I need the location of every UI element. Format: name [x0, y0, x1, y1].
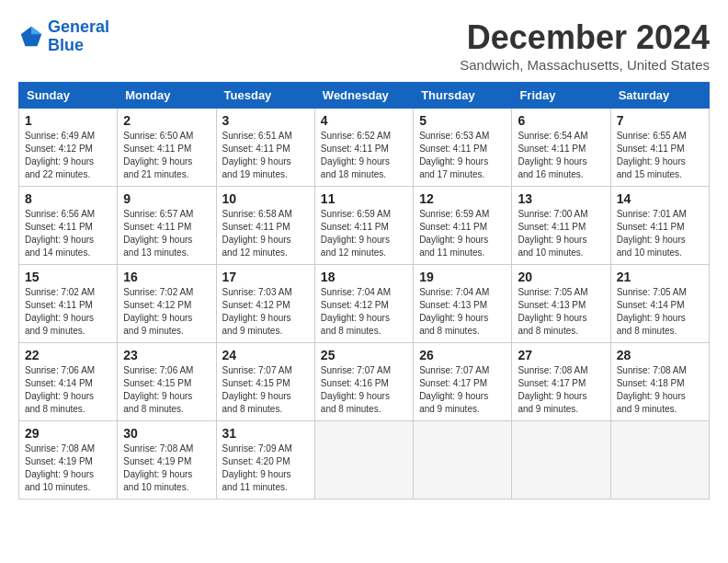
day-info: Sunrise: 6:59 AM Sunset: 4:11 PM Dayligh… — [321, 208, 407, 259]
calendar-cell: 8Sunrise: 6:56 AM Sunset: 4:11 PM Daylig… — [19, 187, 118, 265]
day-info: Sunrise: 7:02 AM Sunset: 4:11 PM Dayligh… — [25, 286, 111, 338]
calendar-cell: 28Sunrise: 7:08 AM Sunset: 4:18 PM Dayli… — [610, 343, 709, 421]
calendar-cell: 17Sunrise: 7:03 AM Sunset: 4:12 PM Dayli… — [216, 265, 314, 343]
day-info: Sunrise: 7:07 AM Sunset: 4:15 PM Dayligh… — [222, 364, 309, 416]
calendar-cell — [610, 421, 709, 500]
day-info: Sunrise: 7:06 AM Sunset: 4:14 PM Dayligh… — [25, 364, 111, 416]
day-number: 10 — [222, 191, 309, 206]
weekday-header-tuesday: Tuesday — [216, 83, 314, 109]
day-number: 9 — [123, 191, 210, 206]
calendar-cell: 3Sunrise: 6:51 AM Sunset: 4:11 PM Daylig… — [216, 109, 314, 187]
calendar-cell: 7Sunrise: 6:55 AM Sunset: 4:11 PM Daylig… — [610, 109, 709, 187]
calendar-cell: 11Sunrise: 6:59 AM Sunset: 4:11 PM Dayli… — [314, 187, 413, 265]
month-title: December 2024 — [460, 18, 710, 57]
calendar-week-2: 8Sunrise: 6:56 AM Sunset: 4:11 PM Daylig… — [19, 187, 710, 265]
day-number: 2 — [123, 113, 210, 128]
day-info: Sunrise: 7:07 AM Sunset: 4:16 PM Dayligh… — [321, 364, 407, 416]
day-info: Sunrise: 6:56 AM Sunset: 4:11 PM Dayligh… — [25, 208, 111, 259]
calendar-cell: 12Sunrise: 6:59 AM Sunset: 4:11 PM Dayli… — [414, 187, 512, 265]
calendar-cell — [314, 421, 413, 500]
day-info: Sunrise: 6:54 AM Sunset: 4:11 PM Dayligh… — [518, 130, 604, 181]
calendar-cell: 31Sunrise: 7:09 AM Sunset: 4:20 PM Dayli… — [216, 421, 314, 500]
logo: General Blue — [18, 18, 109, 55]
day-info: Sunrise: 7:04 AM Sunset: 4:13 PM Dayligh… — [419, 286, 506, 338]
logo-line1: General — [48, 17, 109, 36]
weekday-header-wednesday: Wednesday — [314, 83, 413, 109]
logo-icon — [18, 24, 44, 50]
day-info: Sunrise: 6:58 AM Sunset: 4:11 PM Dayligh… — [222, 208, 309, 259]
day-info: Sunrise: 7:05 AM Sunset: 4:14 PM Dayligh… — [617, 286, 703, 338]
day-number: 27 — [518, 348, 604, 362]
day-number: 4 — [321, 113, 407, 128]
day-number: 22 — [25, 348, 111, 362]
day-number: 19 — [419, 270, 506, 284]
calendar-cell: 29Sunrise: 7:08 AM Sunset: 4:19 PM Dayli… — [19, 421, 118, 500]
day-number: 13 — [518, 191, 604, 206]
calendar-cell: 15Sunrise: 7:02 AM Sunset: 4:11 PM Dayli… — [19, 265, 118, 343]
day-number: 28 — [617, 348, 703, 362]
calendar-cell: 30Sunrise: 7:08 AM Sunset: 4:19 PM Dayli… — [118, 421, 216, 500]
day-number: 17 — [222, 270, 309, 284]
calendar-week-4: 22Sunrise: 7:06 AM Sunset: 4:14 PM Dayli… — [19, 343, 710, 421]
day-number: 20 — [518, 270, 604, 284]
day-number: 1 — [25, 113, 111, 128]
day-info: Sunrise: 6:52 AM Sunset: 4:11 PM Dayligh… — [321, 130, 407, 181]
calendar-cell: 19Sunrise: 7:04 AM Sunset: 4:13 PM Dayli… — [414, 265, 512, 343]
day-number: 24 — [222, 348, 309, 362]
day-info: Sunrise: 7:08 AM Sunset: 4:19 PM Dayligh… — [25, 442, 111, 494]
day-number: 25 — [321, 348, 407, 362]
weekday-header-sunday: Sunday — [19, 83, 118, 109]
day-info: Sunrise: 7:08 AM Sunset: 4:18 PM Dayligh… — [617, 364, 703, 416]
calendar-week-3: 15Sunrise: 7:02 AM Sunset: 4:11 PM Dayli… — [19, 265, 710, 343]
day-number: 6 — [518, 113, 604, 128]
svg-marker-1 — [31, 27, 41, 34]
day-number: 23 — [123, 348, 210, 362]
calendar-table: SundayMondayTuesdayWednesdayThursdayFrid… — [18, 82, 710, 500]
calendar-cell: 21Sunrise: 7:05 AM Sunset: 4:14 PM Dayli… — [610, 265, 709, 343]
calendar-cell: 24Sunrise: 7:07 AM Sunset: 4:15 PM Dayli… — [216, 343, 314, 421]
day-number: 14 — [617, 191, 703, 206]
calendar-cell: 22Sunrise: 7:06 AM Sunset: 4:14 PM Dayli… — [19, 343, 118, 421]
calendar-cell: 23Sunrise: 7:06 AM Sunset: 4:15 PM Dayli… — [118, 343, 216, 421]
title-block: December 2024 Sandwich, Massachusetts, U… — [460, 18, 710, 73]
calendar-cell: 26Sunrise: 7:07 AM Sunset: 4:17 PM Dayli… — [414, 343, 512, 421]
day-info: Sunrise: 6:50 AM Sunset: 4:11 PM Dayligh… — [123, 130, 210, 181]
day-info: Sunrise: 6:53 AM Sunset: 4:11 PM Dayligh… — [419, 130, 506, 181]
weekday-header-monday: Monday — [118, 83, 216, 109]
weekday-header-friday: Friday — [512, 83, 610, 109]
day-number: 26 — [419, 348, 506, 362]
calendar-week-1: 1Sunrise: 6:49 AM Sunset: 4:12 PM Daylig… — [19, 109, 710, 187]
calendar-cell: 2Sunrise: 6:50 AM Sunset: 4:11 PM Daylig… — [118, 109, 216, 187]
calendar-cell: 14Sunrise: 7:01 AM Sunset: 4:11 PM Dayli… — [610, 187, 709, 265]
day-info: Sunrise: 7:08 AM Sunset: 4:19 PM Dayligh… — [123, 442, 210, 494]
day-number: 5 — [419, 113, 506, 128]
location: Sandwich, Massachusetts, United States — [460, 57, 710, 73]
day-number: 7 — [617, 113, 703, 128]
calendar-week-5: 29Sunrise: 7:08 AM Sunset: 4:19 PM Dayli… — [19, 421, 710, 500]
day-info: Sunrise: 7:01 AM Sunset: 4:11 PM Dayligh… — [617, 208, 703, 259]
weekday-header-saturday: Saturday — [610, 83, 709, 109]
day-number: 8 — [25, 191, 111, 206]
day-number: 3 — [222, 113, 309, 128]
day-info: Sunrise: 7:06 AM Sunset: 4:15 PM Dayligh… — [123, 364, 210, 416]
calendar-cell — [512, 421, 610, 500]
day-number: 15 — [25, 270, 111, 284]
page-header: General Blue December 2024 Sandwich, Mas… — [18, 18, 710, 73]
calendar-cell: 10Sunrise: 6:58 AM Sunset: 4:11 PM Dayli… — [216, 187, 314, 265]
day-number: 30 — [123, 426, 210, 441]
day-info: Sunrise: 7:07 AM Sunset: 4:17 PM Dayligh… — [419, 364, 506, 416]
day-info: Sunrise: 7:03 AM Sunset: 4:12 PM Dayligh… — [222, 286, 309, 338]
day-info: Sunrise: 6:59 AM Sunset: 4:11 PM Dayligh… — [419, 208, 506, 259]
calendar-cell: 25Sunrise: 7:07 AM Sunset: 4:16 PM Dayli… — [314, 343, 413, 421]
day-number: 29 — [25, 426, 111, 441]
day-info: Sunrise: 7:04 AM Sunset: 4:12 PM Dayligh… — [321, 286, 407, 338]
day-number: 12 — [419, 191, 506, 206]
day-info: Sunrise: 7:05 AM Sunset: 4:13 PM Dayligh… — [518, 286, 604, 338]
day-info: Sunrise: 6:51 AM Sunset: 4:11 PM Dayligh… — [222, 130, 309, 181]
day-info: Sunrise: 7:02 AM Sunset: 4:12 PM Dayligh… — [123, 286, 210, 338]
calendar-body: 1Sunrise: 6:49 AM Sunset: 4:12 PM Daylig… — [19, 109, 710, 500]
calendar-cell: 9Sunrise: 6:57 AM Sunset: 4:11 PM Daylig… — [118, 187, 216, 265]
calendar-cell: 18Sunrise: 7:04 AM Sunset: 4:12 PM Dayli… — [314, 265, 413, 343]
day-info: Sunrise: 6:55 AM Sunset: 4:11 PM Dayligh… — [617, 130, 703, 181]
day-number: 21 — [617, 270, 703, 284]
